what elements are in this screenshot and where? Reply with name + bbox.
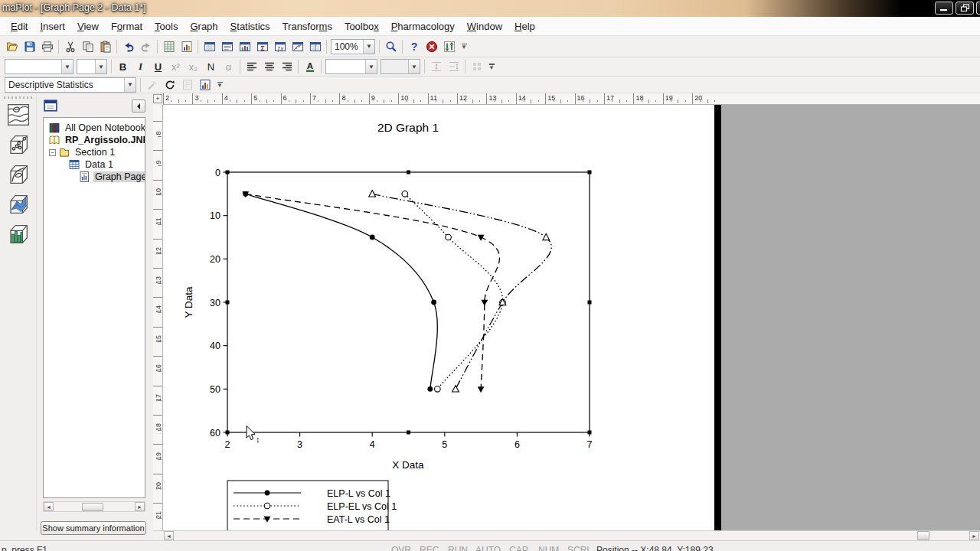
scroll-right-arrow[interactable]: ► bbox=[969, 531, 979, 540]
toolbar-overflow-button[interactable]: ▼ bbox=[215, 77, 224, 93]
scatter-3d-button[interactable] bbox=[4, 130, 33, 158]
bold-button[interactable]: B bbox=[114, 58, 132, 75]
scroll-thumb[interactable] bbox=[917, 531, 929, 540]
graph-horizontal-scrollbar[interactable]: ◄ ► bbox=[153, 530, 980, 540]
combo-arrow-icon[interactable]: ▼ bbox=[61, 60, 73, 73]
combo-arrow-icon[interactable]: ▼ bbox=[408, 60, 420, 73]
refresh-data-button[interactable] bbox=[440, 38, 458, 55]
open-file-button[interactable] bbox=[3, 38, 21, 55]
rerun-transform-button[interactable] bbox=[161, 77, 178, 93]
font-combo[interactable]: ▼ bbox=[325, 59, 377, 74]
toolbar-grip[interactable] bbox=[4, 96, 33, 99]
paste-button[interactable] bbox=[96, 38, 114, 55]
menu-statistics[interactable]: Statistics bbox=[224, 17, 276, 35]
menu-view[interactable]: View bbox=[71, 17, 105, 35]
combo-arrow-icon[interactable]: ▼ bbox=[95, 60, 106, 73]
show-summary-button[interactable]: Show summary information bbox=[41, 521, 146, 535]
scroll-left-arrow[interactable]: ◄ bbox=[44, 502, 54, 511]
win-regression-button[interactable] bbox=[289, 38, 306, 55]
close-button[interactable] bbox=[976, 2, 980, 15]
selection-handle[interactable] bbox=[226, 431, 230, 435]
cut-button[interactable] bbox=[61, 38, 79, 55]
contour-plot-button[interactable] bbox=[4, 100, 33, 129]
tree-expander-icon[interactable]: − bbox=[49, 149, 56, 156]
menu-toolbox[interactable]: Toolbox bbox=[338, 17, 385, 35]
menu-tools[interactable]: Tools bbox=[149, 17, 184, 35]
menu-pharmacology[interactable]: Pharmacology bbox=[385, 17, 461, 35]
normal-button[interactable]: N bbox=[202, 58, 220, 75]
new-graph-button[interactable] bbox=[178, 38, 195, 55]
win-report-button[interactable] bbox=[218, 38, 236, 55]
align-center-button[interactable] bbox=[260, 58, 278, 75]
copy-button[interactable] bbox=[79, 38, 96, 55]
x-axis-title[interactable]: X Data bbox=[392, 459, 424, 471]
selection-handle[interactable] bbox=[226, 301, 230, 305]
ruler-origin-button[interactable]: + bbox=[153, 94, 162, 103]
print-button[interactable] bbox=[38, 38, 56, 55]
tree-item-graph-page-2[interactable]: Graph Page 2* bbox=[44, 171, 145, 183]
minimize-button[interactable] bbox=[935, 2, 953, 15]
win-worksheet-button[interactable] bbox=[201, 38, 218, 55]
win-equation-button[interactable]: Σ bbox=[253, 38, 271, 55]
combo-arrow-icon[interactable]: ▼ bbox=[365, 60, 377, 73]
combo-arrow-icon[interactable]: ▼ bbox=[124, 78, 136, 92]
plot-frame[interactable] bbox=[227, 172, 590, 432]
tree-item-all-open-notebooks[interactable]: All Open Notebooks bbox=[44, 122, 145, 134]
win-layout-button[interactable] bbox=[306, 38, 324, 55]
zoom-level-combo[interactable]: 100%▼ bbox=[331, 39, 375, 54]
series-line-4[interactable] bbox=[372, 194, 551, 389]
menu-graph[interactable]: Graph bbox=[184, 17, 224, 35]
font-color-button[interactable]: A bbox=[301, 58, 318, 75]
scroll-right-arrow[interactable]: ► bbox=[135, 502, 145, 511]
selection-handle[interactable] bbox=[588, 301, 592, 305]
curve-3d-button[interactable] bbox=[4, 160, 33, 188]
result-graph-button[interactable] bbox=[196, 77, 214, 93]
italic-button[interactable]: I bbox=[132, 58, 149, 75]
stop-macro-button[interactable] bbox=[423, 38, 440, 55]
tree-item-rp-argissolo-jnb[interactable]: RP_Argissolo.JNB* bbox=[44, 134, 145, 146]
save-button[interactable] bbox=[21, 38, 38, 55]
selection-handle[interactable] bbox=[407, 431, 410, 435]
align-right-button[interactable] bbox=[278, 58, 296, 75]
chart-title[interactable]: 2D Graph 1 bbox=[377, 121, 439, 134]
series-line-3[interactable] bbox=[246, 194, 500, 389]
menu-edit[interactable]: Edit bbox=[5, 17, 34, 35]
font-combo[interactable]: ▼ bbox=[77, 59, 107, 74]
magnifier-button[interactable] bbox=[382, 38, 400, 55]
win-graph-button[interactable] bbox=[236, 38, 253, 55]
selection-handle[interactable] bbox=[588, 431, 592, 435]
menu-window[interactable]: Window bbox=[461, 17, 508, 35]
win-transform-button[interactable]: ƒx bbox=[271, 38, 289, 55]
surface-3d-button[interactable] bbox=[4, 190, 33, 218]
scroll-thumb[interactable] bbox=[82, 503, 103, 511]
underline-button[interactable]: U bbox=[149, 58, 167, 75]
maximize-button[interactable] bbox=[956, 2, 974, 15]
selection-handle[interactable] bbox=[588, 171, 592, 174]
menu-format[interactable]: Format bbox=[105, 17, 149, 35]
font-combo[interactable]: ▼ bbox=[5, 59, 74, 74]
toolbar-overflow-button[interactable]: ▼ bbox=[459, 38, 469, 55]
menu-transforms[interactable]: Transforms bbox=[276, 17, 338, 35]
y-axis-title[interactable]: Y Data bbox=[183, 286, 194, 318]
series-line-1[interactable] bbox=[246, 194, 438, 389]
toolbar-overflow-button[interactable]: ▼ bbox=[487, 58, 496, 75]
series-line-2[interactable] bbox=[405, 194, 503, 389]
font-combo[interactable]: ▼ bbox=[381, 59, 420, 74]
graph-canvas[interactable]: 2D Graph 10102030405060234567X DataY Dat… bbox=[163, 105, 714, 530]
align-left-button[interactable] bbox=[243, 58, 260, 75]
bars-3d-button[interactable] bbox=[4, 220, 33, 248]
help-button[interactable]: ? bbox=[405, 38, 423, 55]
tree-item-data-1[interactable]: Data 1 bbox=[44, 158, 145, 171]
panel-collapse-button[interactable] bbox=[132, 99, 145, 112]
combo-arrow-icon[interactable]: ▼ bbox=[363, 40, 374, 54]
new-worksheet-button[interactable] bbox=[160, 38, 178, 55]
selection-handle[interactable] bbox=[407, 171, 410, 174]
menu-insert[interactable]: Insert bbox=[34, 17, 71, 35]
statistics-test-combo[interactable]: Descriptive Statistics▼ bbox=[5, 77, 136, 93]
undo-button[interactable] bbox=[119, 38, 137, 55]
selection-handle[interactable] bbox=[226, 171, 230, 174]
tree-item-section-1[interactable]: −Section 1 bbox=[44, 146, 145, 158]
panel-horizontal-scrollbar[interactable]: ◄ ► bbox=[43, 501, 145, 512]
menu-help[interactable]: Help bbox=[508, 17, 541, 35]
scroll-left-arrow[interactable]: ◄ bbox=[164, 531, 174, 540]
